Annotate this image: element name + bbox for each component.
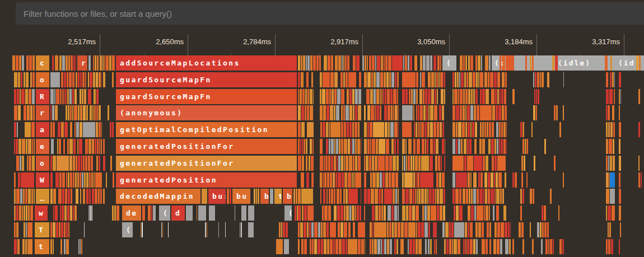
micro-frame[interactable] <box>70 172 72 188</box>
micro-frame[interactable] <box>286 222 288 237</box>
micro-frame[interactable] <box>505 72 507 87</box>
frame-texture[interactable] <box>364 139 399 154</box>
frame-texture[interactable] <box>14 72 35 87</box>
micro-frame[interactable] <box>91 172 93 188</box>
micro-frame[interactable] <box>65 189 67 204</box>
micro-frame[interactable] <box>376 172 379 188</box>
micro-frame[interactable] <box>91 156 93 171</box>
micro-frame[interactable] <box>563 172 564 188</box>
micro-frame[interactable] <box>361 239 364 254</box>
frame-texture[interactable] <box>74 222 91 237</box>
frame-texture[interactable] <box>606 139 615 154</box>
frame-texture[interactable] <box>50 172 102 188</box>
micro-frame[interactable] <box>388 105 390 120</box>
micro-frame[interactable] <box>482 139 485 154</box>
micro-frame[interactable] <box>609 222 611 237</box>
micro-frame[interactable] <box>338 172 341 188</box>
micro-frame[interactable] <box>372 172 375 188</box>
micro-frame[interactable] <box>417 172 419 188</box>
micro-frame[interactable] <box>394 222 397 237</box>
micro-frame[interactable] <box>639 55 641 71</box>
micro-frame[interactable] <box>370 222 372 237</box>
micro-frame[interactable] <box>402 89 405 104</box>
micro-frame[interactable] <box>454 239 457 254</box>
micro-frame[interactable] <box>151 205 153 221</box>
frame-texture[interactable] <box>50 189 102 204</box>
micro-frame[interactable] <box>92 139 94 154</box>
micro-frame[interactable] <box>306 139 307 154</box>
frame-texture[interactable] <box>452 105 507 120</box>
micro-frame[interactable] <box>82 172 83 188</box>
micro-frame[interactable] <box>409 239 412 254</box>
micro-frame[interactable] <box>429 189 432 204</box>
micro-frame[interactable] <box>391 139 394 154</box>
micro-frame[interactable] <box>397 72 399 87</box>
micro-frame[interactable] <box>343 105 346 120</box>
micro-frame[interactable] <box>437 55 440 71</box>
micro-frame[interactable] <box>454 222 464 237</box>
frame-texture[interactable] <box>276 222 288 237</box>
micro-frame[interactable] <box>60 239 62 254</box>
micro-frame[interactable] <box>328 205 331 221</box>
micro-frame[interactable] <box>340 72 343 87</box>
micro-frame[interactable] <box>605 55 608 71</box>
frame-texture[interactable] <box>14 105 35 120</box>
frame-texture[interactable] <box>218 222 226 237</box>
micro-frame[interactable] <box>19 55 21 71</box>
micro-frame[interactable] <box>331 189 333 204</box>
micro-frame[interactable] <box>532 239 533 254</box>
micro-frame[interactable] <box>619 205 621 221</box>
frame-block[interactable] <box>276 239 283 254</box>
micro-frame[interactable] <box>372 222 374 237</box>
micro-frame[interactable] <box>66 55 68 71</box>
micro-frame[interactable] <box>509 239 511 254</box>
micro-frame[interactable] <box>466 72 468 87</box>
frame-texture[interactable] <box>217 205 240 221</box>
micro-frame[interactable] <box>387 89 390 104</box>
frame-texture[interactable] <box>452 139 507 154</box>
micro-frame[interactable] <box>501 139 503 154</box>
micro-frame[interactable] <box>606 122 608 137</box>
micro-frame[interactable] <box>305 105 306 120</box>
frame-texture[interactable] <box>14 89 35 104</box>
micro-frame[interactable] <box>307 89 309 104</box>
micro-frame[interactable] <box>496 105 498 120</box>
micro-frame[interactable] <box>241 222 242 237</box>
micro-frame[interactable] <box>638 89 640 104</box>
micro-frame[interactable] <box>81 156 82 171</box>
micro-frame[interactable] <box>416 172 417 188</box>
frame-texture[interactable] <box>103 105 114 120</box>
frame-block[interactable]: (anonymous) <box>116 105 297 120</box>
micro-frame[interactable] <box>458 122 461 137</box>
micro-frame[interactable] <box>430 55 433 71</box>
micro-frame[interactable] <box>349 105 352 120</box>
micro-frame[interactable] <box>358 239 361 254</box>
micro-frame[interactable] <box>86 172 88 188</box>
micro-frame[interactable] <box>488 172 490 188</box>
micro-frame[interactable] <box>306 72 309 87</box>
micro-frame[interactable] <box>474 156 482 171</box>
micro-frame[interactable] <box>430 239 432 254</box>
micro-frame[interactable] <box>533 105 535 120</box>
micro-frame[interactable] <box>452 89 454 104</box>
micro-frame[interactable] <box>489 239 491 254</box>
frame-texture[interactable] <box>452 89 507 104</box>
micro-frame[interactable] <box>96 105 99 120</box>
micro-frame[interactable] <box>327 172 329 188</box>
micro-frame[interactable] <box>27 156 28 171</box>
micro-frame[interactable] <box>73 205 74 221</box>
micro-frame[interactable] <box>60 205 62 221</box>
frame-texture[interactable] <box>298 189 314 204</box>
micro-frame[interactable] <box>416 105 417 120</box>
micro-frame[interactable] <box>61 72 63 87</box>
micro-frame[interactable] <box>374 72 376 87</box>
micro-frame[interactable] <box>30 72 31 87</box>
micro-frame[interactable] <box>102 55 104 71</box>
micro-frame[interactable] <box>62 89 63 104</box>
frame-block[interactable]: generatedPosition <box>116 172 297 188</box>
micro-frame[interactable] <box>91 205 92 221</box>
micro-frame[interactable] <box>395 189 397 204</box>
micro-frame[interactable] <box>361 139 361 154</box>
micro-frame[interactable] <box>456 139 458 154</box>
micro-frame[interactable] <box>414 122 415 137</box>
